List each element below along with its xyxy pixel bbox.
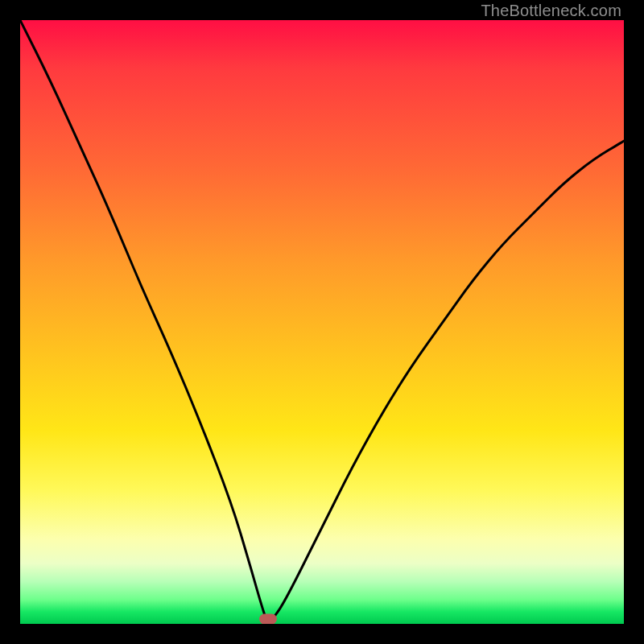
bottleneck-curve [20,20,624,624]
watermark-text: TheBottleneck.com [481,2,621,20]
curve-path [20,20,624,621]
plot-area [20,20,624,624]
chart-frame: TheBottleneck.com [0,0,644,644]
